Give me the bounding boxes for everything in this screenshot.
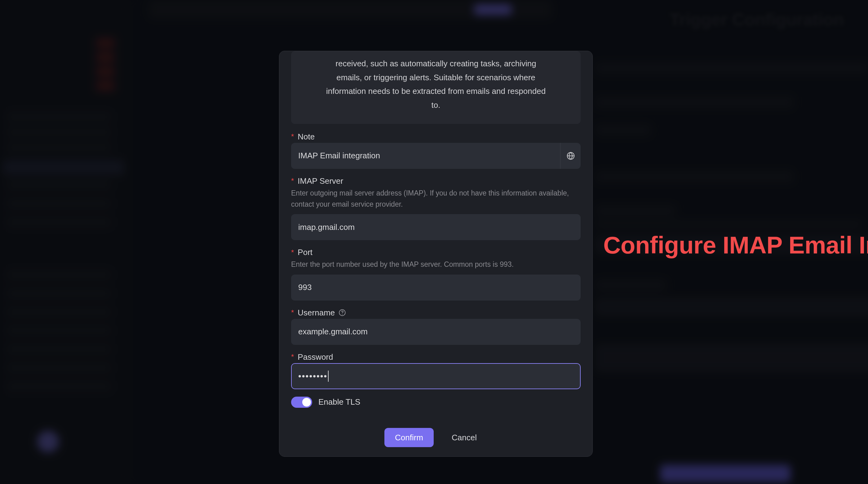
- note-globe-addon[interactable]: [560, 143, 581, 169]
- question-circle-icon: [338, 309, 346, 317]
- username-field-group: * Username example.gmail.com: [291, 308, 581, 345]
- toggle-knob: [302, 398, 311, 407]
- username-value: example.gmail.com: [298, 327, 368, 336]
- enable-tls-row: Enable TLS: [291, 397, 581, 408]
- username-help-icon[interactable]: [338, 308, 347, 317]
- imap-settings-modal: received, such as automatically creating…: [279, 51, 593, 457]
- required-star: *: [291, 308, 294, 317]
- note-input[interactable]: IMAP Email integration: [291, 143, 581, 169]
- username-label: Username: [298, 308, 335, 318]
- imap-server-input[interactable]: imap.gmail.com: [291, 214, 581, 240]
- password-value-masked: ••••••••: [298, 371, 328, 381]
- port-field-group: * Port Enter the port number used by the…: [291, 248, 581, 300]
- trigger-description-box: received, such as automatically creating…: [291, 51, 581, 124]
- cancel-button[interactable]: Cancel: [441, 428, 487, 447]
- imap-server-value: imap.gmail.com: [298, 223, 354, 232]
- trigger-description-text: received, such as automatically creating…: [325, 57, 547, 112]
- username-input[interactable]: example.gmail.com: [291, 319, 581, 345]
- note-label: Note: [298, 132, 315, 141]
- password-input[interactable]: ••••••••: [291, 363, 581, 389]
- port-input[interactable]: 993: [291, 275, 581, 300]
- imap-server-helper: Enter outgoing mail server address (IMAP…: [291, 188, 581, 210]
- required-star: *: [291, 132, 294, 141]
- text-cursor: [328, 370, 329, 382]
- required-star: *: [291, 353, 294, 361]
- enable-tls-label: Enable TLS: [318, 397, 360, 407]
- globe-icon: [566, 151, 576, 161]
- modal-actions: Confirm Cancel: [291, 428, 581, 447]
- required-star: *: [291, 248, 294, 257]
- imap-server-label: IMAP Server: [298, 176, 343, 186]
- password-label: Password: [298, 352, 333, 362]
- enable-tls-toggle[interactable]: [291, 397, 312, 408]
- password-field-group: * Password ••••••••: [291, 352, 581, 389]
- port-value: 993: [298, 283, 312, 292]
- imap-server-field-group: * IMAP Server Enter outgoing mail server…: [291, 176, 581, 240]
- port-helper: Enter the port number used by the IMAP s…: [291, 259, 581, 270]
- port-label: Port: [298, 248, 312, 257]
- annotation-overlay-text: Configure IMAP Email Integ: [603, 231, 868, 259]
- required-star: *: [291, 176, 294, 185]
- note-value: IMAP Email integration: [298, 151, 380, 161]
- note-field-group: * Note IMAP Email integration: [291, 132, 581, 169]
- svg-point-2: [342, 314, 343, 315]
- confirm-button[interactable]: Confirm: [384, 428, 434, 447]
